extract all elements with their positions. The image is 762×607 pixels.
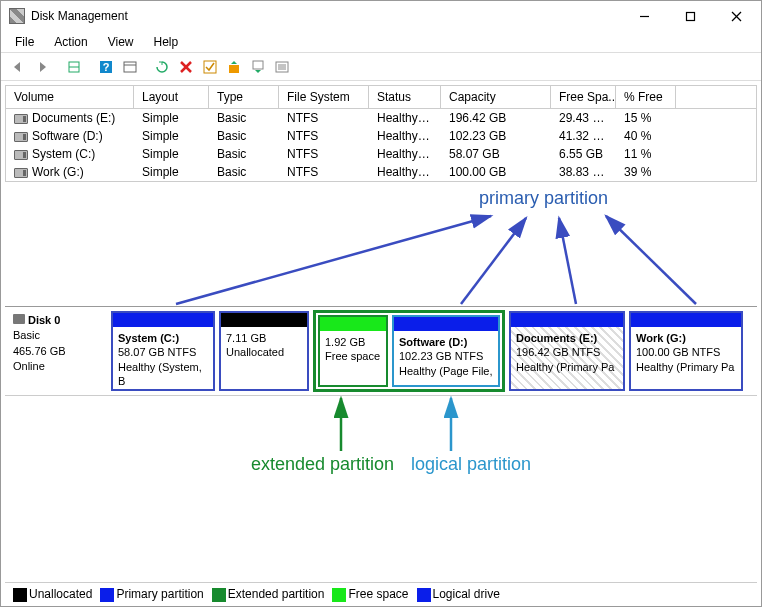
export-down-icon[interactable] [247,56,269,78]
disk-name: Disk 0 [28,314,60,326]
partition-bar [320,317,386,331]
properties-icon[interactable] [271,56,293,78]
back-button[interactable] [7,56,29,78]
separator [87,56,93,78]
extended-partition[interactable]: 1.92 GBFree space Software (D:)102.23 GB… [313,310,505,392]
window-controls [621,1,759,31]
volume-icon [14,150,28,160]
legend-item: Primary partition [100,587,203,602]
swatch-icon [212,588,226,602]
partition-software[interactable]: Software (D:)102.23 GB NTFSHealthy (Page… [392,315,500,387]
minimize-button[interactable] [621,1,667,31]
partition-free-space[interactable]: 1.92 GBFree space [318,315,388,387]
content-area: Volume Layout Type File System Status Ca… [1,81,761,606]
disk-map: Disk 0 Basic 465.76 GB Online System (C:… [5,306,757,396]
partition-bar [394,317,498,331]
annotation-primary: primary partition [1,186,761,306]
export-up-icon[interactable] [223,56,245,78]
table-body: Documents (E:)SimpleBasicNTFSHealthy (P.… [6,109,756,181]
table-row[interactable]: Work (G:)SimpleBasicNTFSHealthy (P...100… [6,163,756,181]
toggle-panes-icon[interactable] [63,56,85,78]
svg-text:?: ? [103,61,110,73]
forward-button[interactable] [31,56,53,78]
col-type[interactable]: Type [209,86,279,108]
svg-rect-12 [204,61,216,73]
separator [55,56,61,78]
col-volume[interactable]: Volume [6,86,134,108]
menu-view[interactable]: View [100,33,142,51]
column-header-row: Volume Layout Type File System Status Ca… [6,86,756,109]
partition-bar [631,313,741,327]
svg-line-20 [461,218,526,304]
menu-file[interactable]: File [7,33,42,51]
col-free-space[interactable]: Free Spa... [551,86,616,108]
volume-list: Volume Layout Type File System Status Ca… [5,85,757,182]
col-file-system[interactable]: File System [279,86,369,108]
table-row[interactable]: System (C:)SimpleBasicNTFSHealthy (S...5… [6,145,756,163]
disk-state: Online [13,359,101,374]
legend-item: Unallocated [13,587,92,602]
menu-bar: File Action View Help [1,31,761,53]
partition-bar [113,313,213,327]
svg-line-19 [176,216,491,304]
svg-rect-14 [253,61,263,69]
volume-icon [14,168,28,178]
arrows-top [1,186,761,306]
legend: Unallocated Primary partition Extended p… [5,582,757,606]
svg-rect-8 [124,62,136,72]
swatch-icon [100,588,114,602]
label-logical-partition: logical partition [411,454,531,475]
window-title: Disk Management [31,9,621,23]
close-button[interactable] [713,1,759,31]
table-row[interactable]: Software (D:)SimpleBasicNTFSHealthy (P..… [6,127,756,145]
partition-work[interactable]: Work (G:)100.00 GB NTFSHealthy (Primary … [629,311,743,391]
refresh-icon[interactable] [151,56,173,78]
svg-line-22 [606,216,696,304]
menu-help[interactable]: Help [146,33,187,51]
partition-strip: System (C:)58.07 GB NTFSHealthy (System,… [109,307,757,395]
volume-icon [14,132,28,142]
help-icon[interactable]: ? [95,56,117,78]
table-row[interactable]: Documents (E:)SimpleBasicNTFSHealthy (P.… [6,109,756,127]
swatch-icon [332,588,346,602]
partition-unallocated[interactable]: 7.11 GBUnallocated [219,311,309,391]
partition-system[interactable]: System (C:)58.07 GB NTFSHealthy (System,… [111,311,215,391]
menu-action[interactable]: Action [46,33,95,51]
col-capacity[interactable]: Capacity [441,86,551,108]
partition-bar [511,313,623,327]
settings-icon[interactable] [119,56,141,78]
disk-size: 465.76 GB [13,344,101,359]
svg-line-21 [559,218,576,304]
toolbar: ? [1,53,761,81]
col-layout[interactable]: Layout [134,86,209,108]
disk-info[interactable]: Disk 0 Basic 465.76 GB Online [5,307,109,395]
col-status[interactable]: Status [369,86,441,108]
legend-item: Free space [332,587,408,602]
col-pct-free[interactable]: % Free [616,86,676,108]
delete-icon[interactable] [175,56,197,78]
legend-item: Extended partition [212,587,325,602]
label-extended-partition: extended partition [251,454,394,475]
partition-bar [221,313,307,327]
annotation-bottom: extended partition logical partition [1,396,761,476]
separator [143,56,149,78]
swatch-icon [417,588,431,602]
check-icon[interactable] [199,56,221,78]
app-icon [9,8,25,24]
disk-icon [13,314,25,324]
swatch-icon [13,588,27,602]
legend-item: Logical drive [417,587,500,602]
partition-documents[interactable]: Documents (E:)196.42 GB NTFSHealthy (Pri… [509,311,625,391]
svg-rect-1 [686,12,694,20]
title-bar: Disk Management [1,1,761,31]
disk-type: Basic [13,328,101,343]
svg-rect-13 [229,65,239,73]
volume-icon [14,114,28,124]
maximize-button[interactable] [667,1,713,31]
